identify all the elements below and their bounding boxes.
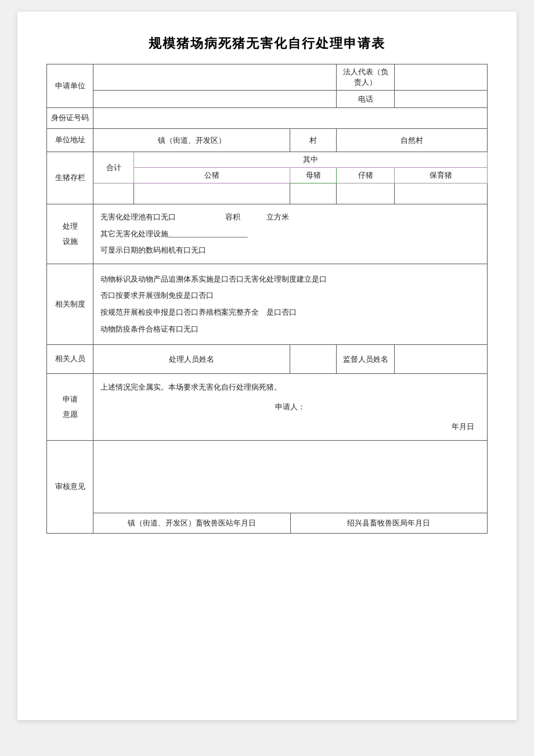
supervisor-value <box>395 345 488 374</box>
id-code-label: 身份证号码 <box>47 108 93 129</box>
review-signatures: 镇（街道、开发区）畜牧兽医站年月日 绍兴县畜牧兽医局年月日 <box>93 513 487 533</box>
table-row: 相关制度 动物标识及动物产品追溯体系实施是口否口无害化处理制度建立是口 否口按要… <box>47 264 488 344</box>
personnel-label: 相关人员 <box>47 345 93 374</box>
system-line2: 否口按要求开展强制免疫是口否口 <box>100 287 480 304</box>
page-title: 规模猪场病死猪无害化自行处理申请表 <box>46 35 488 52</box>
table-row: 审核意见 镇（街道、开发区）畜牧兽医站年月日 绍兴县畜牧兽医局年月日 <box>47 441 488 534</box>
id-code-value <box>93 108 488 129</box>
address-natural-village: 自然村 <box>337 129 488 152</box>
address-label: 单位地址 <box>47 129 93 152</box>
pig-stock-label: 生猪存栏 <box>47 152 93 204</box>
review-county-sig: 绍兴县畜牧兽医局年月日 <box>291 513 488 533</box>
table-row: 身份证号码 <box>47 108 488 129</box>
table-row: 单位地址 镇（街道、开发区） 村 自然村 <box>47 129 488 152</box>
handler-value <box>290 345 337 374</box>
table-row: 相关人员 处理人员姓名 监督人员姓名 <box>47 345 488 374</box>
table-row: 处理 设施 无害化处理池有口无口 容积 立方米 其它无害化处理设施_______… <box>47 204 488 264</box>
subtotal-value <box>93 183 134 204</box>
subtotal-label: 合计 <box>93 152 134 183</box>
intent-content: 上述情况完全属实。本场要求无害化自行处理病死猪。 申请人： 年月日 <box>93 374 488 441</box>
sow-label: 母猪 <box>290 168 337 183</box>
intent-applicant: 申请人： <box>100 399 480 415</box>
piglet-value <box>337 183 395 204</box>
facility-line2: 其它无害化处理设施_____________________ <box>100 226 480 243</box>
sow-value <box>290 183 337 204</box>
nursery-label: 保育猪 <box>395 168 488 183</box>
piglet-label: 仔猪 <box>337 168 395 183</box>
intent-date: 年月日 <box>100 419 480 434</box>
facility-line3: 可显示日期的数码相机有口无口 <box>100 242 480 259</box>
address-town: 镇（街道、开发区） <box>93 129 290 152</box>
legal-rep-value <box>395 64 488 91</box>
main-table: 申请单位 法人代表（负责人） 电话 身份证号码 单位地址 镇（街道、开发区） 村… <box>46 64 488 534</box>
intent-label: 申请 意愿 <box>47 374 93 441</box>
review-stamp-area <box>93 455 487 513</box>
system-label: 相关制度 <box>47 264 93 344</box>
review-label: 审核意见 <box>47 441 93 534</box>
handler-label: 处理人员姓名 <box>93 345 290 374</box>
review-content: 镇（街道、开发区）畜牧兽医站年月日 绍兴县畜牧兽医局年月日 <box>93 441 488 534</box>
legal-rep-label: 法人代表（负责人） <box>337 64 395 91</box>
table-row: 申请单位 法人代表（负责人） <box>47 64 488 91</box>
table-row <box>47 183 488 204</box>
table-row: 电话 <box>47 91 488 108</box>
page: 规模猪场病死猪无害化自行处理申请表 申请单位 法人代表（负责人） 电话 身份证号… <box>17 12 517 720</box>
phone-label: 电话 <box>337 91 395 108</box>
applying-unit-label: 申请单位 <box>47 64 93 108</box>
applying-unit-value2 <box>93 91 337 108</box>
phone-value <box>395 91 488 108</box>
system-content: 动物标识及动物产品追溯体系实施是口否口无害化处理制度建立是口 否口按要求开展强制… <box>93 264 488 344</box>
facility-line1: 无害化处理池有口无口 容积 立方米 <box>100 209 480 226</box>
intent-line1: 上述情况完全属实。本场要求无害化自行处理病死猪。 <box>100 380 480 395</box>
system-line1: 动物标识及动物产品追溯体系实施是口否口无害化处理制度建立是口 <box>100 271 480 288</box>
facility-label: 处理 设施 <box>47 204 93 264</box>
table-row: 申请 意愿 上述情况完全属实。本场要求无害化自行处理病死猪。 申请人： 年月日 <box>47 374 488 441</box>
supervisor-label: 监督人员姓名 <box>337 345 395 374</box>
boar-value <box>134 183 290 204</box>
boar-label: 公猪 <box>134 168 290 183</box>
address-village: 村 <box>290 129 337 152</box>
facility-content: 无害化处理池有口无口 容积 立方米 其它无害化处理设施_____________… <box>93 204 488 264</box>
review-town-sig: 镇（街道、开发区）畜牧兽医站年月日 <box>93 513 291 533</box>
system-line4: 动物防疫条件合格证有口无口 <box>100 321 480 338</box>
applying-unit-value <box>93 64 337 91</box>
table-row: 生猪存栏 合计 其中 <box>47 152 488 168</box>
system-line3: 按规范开展检疫申报是口否口养殖档案完整齐全 是口否口 <box>100 304 480 321</box>
among-label: 其中 <box>134 152 488 168</box>
nursery-value <box>395 183 488 204</box>
